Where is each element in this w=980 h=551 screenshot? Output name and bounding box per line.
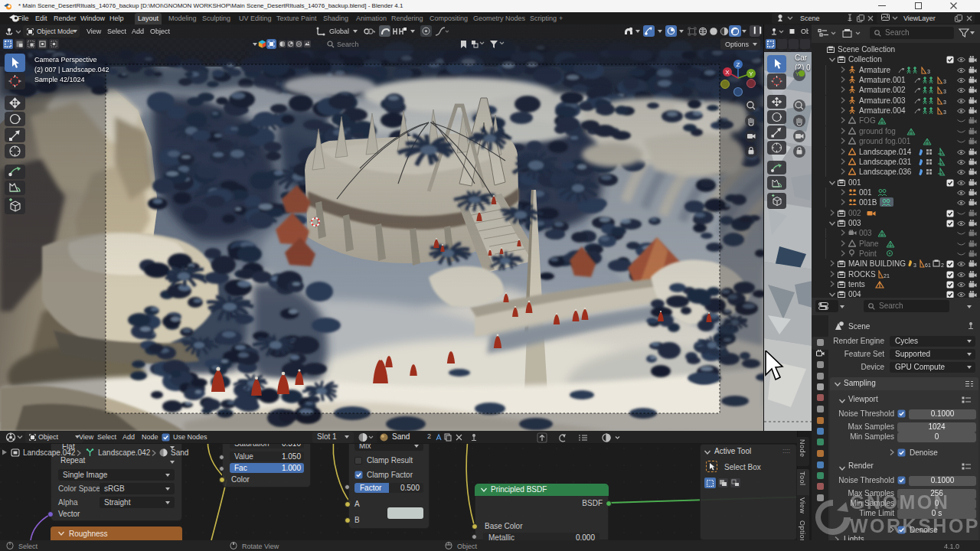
svg-text:3: 3 (943, 79, 946, 84)
svg-text:X: X (725, 69, 730, 76)
svg-text:3: 3 (927, 69, 930, 74)
svg-text:Ob: Ob (801, 28, 808, 35)
svg-text:61: 61 (925, 262, 931, 268)
svg-text:3: 3 (913, 262, 916, 268)
svg-text:3: 3 (943, 89, 946, 94)
svg-text:3: 3 (943, 109, 946, 115)
svg-text:3: 3 (943, 99, 946, 105)
svg-text:Z: Z (737, 61, 740, 68)
svg-text:Y: Y (749, 70, 753, 77)
svg-text:2: 2 (941, 262, 944, 268)
svg-text:21: 21 (884, 273, 890, 279)
svg-text:Y: Y (795, 71, 799, 77)
